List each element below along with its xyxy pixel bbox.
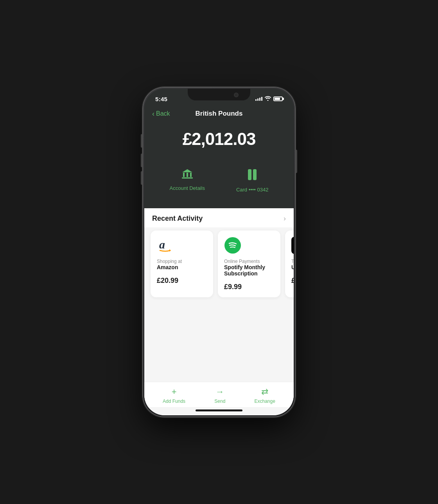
amazon-merchant: Amazon — [157, 264, 207, 270]
transaction-spotify[interactable]: Online Payments Spotify Monthly Subscrip… — [218, 231, 280, 297]
uber-amount: £6. — [291, 277, 294, 285]
dark-actions: Account Details Card •••• 0342 — [144, 153, 294, 197]
spotify-logo — [224, 237, 241, 254]
uber-category: Trav... — [291, 259, 294, 264]
transaction-amazon[interactable]: a Shopping at Amazon £20.99 — [151, 231, 213, 297]
svg-rect-2 — [187, 173, 188, 177]
phone-frame: 5:45 — [143, 87, 295, 417]
balance-amount: £2,012.03 — [144, 129, 294, 149]
svg-rect-1 — [183, 173, 185, 177]
home-indicator-area — [144, 407, 294, 415]
card-label: Card •••• 0342 — [236, 187, 269, 193]
amazon-amount: £20.99 — [157, 277, 207, 285]
back-label: Back — [156, 110, 170, 117]
signal-icon — [255, 97, 262, 101]
transaction-uber[interactable]: Uber Trav... UBER £6. — [285, 231, 294, 297]
account-details-button[interactable]: Account Details — [170, 168, 205, 193]
status-time: 5:45 — [155, 96, 167, 102]
dark-section: ‹ Back British Pounds £2,012.03 — [144, 106, 294, 208]
back-button[interactable]: ‹ Back — [152, 110, 170, 118]
see-all-button[interactable]: › — [284, 214, 286, 223]
status-icons — [255, 96, 283, 102]
phone-screen: 5:45 — [144, 89, 294, 415]
spacer — [144, 304, 294, 382]
send-label: Send — [214, 399, 225, 404]
amazon-logo: a — [157, 237, 174, 254]
recent-activity-header: Recent Activity › — [144, 208, 294, 227]
page-title: British Pounds — [196, 110, 243, 118]
spotify-amount: £9.99 — [224, 283, 274, 291]
svg-rect-5 — [248, 169, 251, 180]
phone-notch — [188, 89, 250, 100]
add-funds-button[interactable]: + Add Funds — [163, 387, 185, 404]
balance-section: £2,012.03 — [144, 122, 294, 153]
spotify-merchant: Spotify Monthly Subscription — [224, 264, 274, 277]
uber-merchant: UBER — [291, 264, 294, 270]
svg-marker-7 — [169, 249, 171, 252]
add-funds-label: Add Funds — [163, 399, 185, 404]
exchange-button[interactable]: ⇄ Exchange — [255, 387, 275, 404]
exchange-icon: ⇄ — [261, 387, 268, 397]
card-button[interactable]: Card •••• 0342 — [236, 168, 269, 193]
uber-logo: Uber — [291, 237, 294, 254]
card-icon — [247, 168, 258, 184]
send-icon: → — [215, 387, 224, 397]
svg-marker-0 — [182, 169, 192, 172]
account-details-label: Account Details — [170, 185, 205, 191]
white-section: Recent Activity › a — [144, 208, 294, 415]
svg-rect-4 — [182, 177, 193, 179]
wifi-icon — [265, 96, 271, 102]
send-button[interactable]: → Send — [214, 387, 225, 404]
add-funds-icon: + — [172, 387, 177, 397]
front-camera — [234, 93, 239, 97]
amazon-category: Shopping at — [157, 259, 207, 264]
bottom-action-bar: + Add Funds → Send ⇄ Exchange — [144, 382, 294, 407]
nav-bar: ‹ Back British Pounds — [144, 106, 294, 122]
svg-rect-6 — [253, 169, 257, 180]
recent-activity-title: Recent Activity — [152, 214, 203, 223]
spotify-category: Online Payments — [224, 259, 274, 264]
back-chevron-icon: ‹ — [152, 110, 154, 118]
svg-rect-3 — [190, 173, 192, 177]
battery-icon — [273, 97, 283, 101]
home-indicator-bar — [196, 409, 242, 411]
exchange-label: Exchange — [255, 399, 275, 404]
transactions-list: a Shopping at Amazon £20.99 — [144, 227, 294, 304]
bank-icon — [181, 168, 193, 182]
